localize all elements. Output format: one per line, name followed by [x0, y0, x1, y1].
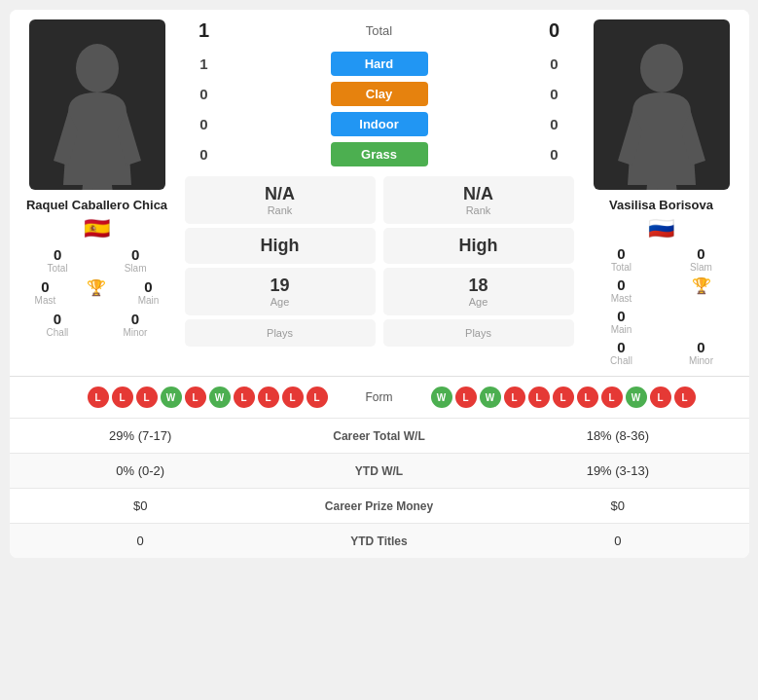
right-stats-grid: 0 Total 0 Slam: [584, 245, 740, 273]
form-badge-left: L: [258, 387, 279, 408]
left-form-badges: LLLWLWLLLL: [21, 387, 328, 408]
form-badge-left: L: [307, 387, 328, 408]
left-minor-stat: 0 Minor: [123, 311, 147, 338]
left-total-stat: 0 Total: [48, 246, 68, 274]
left-high-block: High: [185, 228, 376, 264]
clay-left-score: 0: [190, 86, 219, 102]
comparison-container: Raquel Caballero Chica 🇪🇸 0 Total 0 Slam…: [10, 10, 749, 558]
grass-right-score: 0: [540, 146, 569, 163]
right-minor-lbl: Minor: [664, 355, 740, 366]
grass-left-score: 0: [190, 146, 219, 163]
form-badge-right: L: [504, 387, 525, 408]
bottom-stats-container: 29% (7-17) Career Total W/L 18% (8-36) 0…: [10, 418, 749, 558]
left-rank-value: N/A: [265, 184, 295, 203]
left-silhouette: [49, 34, 146, 190]
form-label: Form: [336, 390, 423, 404]
right-high-block: High: [383, 228, 574, 264]
left-minor-label: Minor: [123, 327, 147, 338]
right-high-value: High: [459, 236, 498, 255]
right-trophy-icon: 🏆: [692, 276, 711, 295]
right-center-stats: N/A Rank High 18 Age Plays: [383, 176, 574, 347]
stat-label: Career Total W/L: [260, 429, 498, 443]
stat-left-value: $0: [21, 498, 260, 513]
stat-label: YTD W/L: [260, 464, 498, 478]
svg-point-0: [76, 44, 119, 92]
form-badge-left: L: [234, 387, 255, 408]
form-badge-left: L: [282, 387, 304, 408]
clay-badge: Clay: [331, 82, 428, 106]
left-chall-label: Chall: [47, 327, 69, 338]
right-silhouette: [613, 34, 710, 190]
left-chall-value: 0: [47, 311, 69, 327]
right-total-score: 0: [540, 19, 569, 42]
indoor-left-score: 0: [190, 116, 219, 132]
stats-row: 0% (0-2) YTD W/L 19% (3-13): [10, 453, 749, 488]
form-badge-right: L: [674, 387, 696, 408]
total-label: Total: [219, 23, 540, 38]
right-plays-label: Plays: [393, 327, 564, 339]
clay-surface-row: 0 Clay 0: [185, 82, 574, 106]
total-line: 1 Total 0: [185, 19, 574, 42]
left-rank-label: Rank: [195, 204, 366, 216]
right-total-cell: 0 Total: [584, 245, 660, 273]
left-avatar: [29, 19, 165, 190]
right-rank-value: N/A: [463, 184, 493, 203]
center-content: 1 Total 0 1 Hard 0 0 Clay 0 0 Indoor 0: [185, 19, 574, 366]
right-mast-val: 0: [584, 276, 660, 293]
indoor-right-score: 0: [540, 116, 569, 132]
left-mast-stat: 0 Mast: [35, 278, 56, 306]
stats-row: 0 YTD Titles 0: [10, 523, 749, 558]
form-badge-left: W: [161, 387, 182, 408]
form-badge-left: W: [209, 387, 231, 408]
right-rank-block: N/A Rank: [383, 176, 574, 224]
right-mast-cell: 0 Mast: [584, 276, 660, 304]
left-main-value: 0: [138, 278, 160, 295]
form-section: LLLWLWLLLL Form WLWLLLLLWLL: [10, 376, 749, 418]
hard-left-score: 1: [190, 55, 219, 72]
form-badge-right: L: [528, 387, 550, 408]
right-mast-lbl: Mast: [584, 293, 660, 304]
right-player-card: Vasilisa Borisova 🇷🇺 0 Total 0 Slam 0 Ma…: [584, 19, 740, 366]
right-chall-val: 0: [584, 339, 660, 355]
form-badge-left: L: [136, 387, 158, 408]
left-high-value: High: [261, 236, 300, 255]
right-minor-cell: 0 Minor: [664, 339, 740, 366]
left-total-label: Total: [48, 263, 68, 274]
left-age-label: Age: [195, 296, 366, 308]
stat-label: YTD Titles: [260, 534, 498, 548]
stat-left-value: 0: [21, 534, 260, 548]
form-badge-right: W: [626, 387, 647, 408]
form-badge-right: L: [650, 387, 671, 408]
left-total-score: 1: [190, 19, 219, 42]
right-chall-lbl: Chall: [584, 355, 660, 366]
left-player-card: Raquel Caballero Chica 🇪🇸 0 Total 0 Slam…: [19, 19, 175, 366]
right-total-val: 0: [584, 245, 660, 262]
right-rank-label: Rank: [393, 204, 564, 216]
form-badge-left: L: [112, 387, 133, 408]
players-top-section: Raquel Caballero Chica 🇪🇸 0 Total 0 Slam…: [10, 10, 749, 376]
form-badge-left: L: [88, 387, 109, 408]
left-plays-block: Plays: [185, 319, 376, 347]
left-age-value: 19: [270, 276, 289, 295]
right-chall-cell: 0 Chall: [584, 339, 660, 366]
right-slam-cell: 0 Slam: [664, 245, 740, 273]
left-mast-value: 0: [35, 278, 56, 295]
right-avatar: [594, 19, 730, 190]
stats-row: 29% (7-17) Career Total W/L 18% (8-36): [10, 418, 749, 453]
left-minor-value: 0: [123, 311, 147, 327]
right-stats-grid2: 0 Mast 🏆 0 Main: [584, 276, 740, 335]
left-plays-label: Plays: [195, 327, 366, 339]
stat-label: Career Prize Money: [260, 499, 498, 513]
right-plays-block: Plays: [383, 319, 574, 347]
form-badge-left: L: [185, 387, 206, 408]
clay-right-score: 0: [540, 86, 569, 102]
right-stats-grid3: 0 Chall 0 Minor: [584, 339, 740, 366]
left-player-name: Raquel Caballero Chica: [26, 198, 167, 212]
form-badge-right: W: [480, 387, 501, 408]
right-age-value: 18: [468, 276, 487, 295]
left-mast-label: Mast: [35, 295, 56, 306]
left-slam-value: 0: [125, 246, 147, 263]
stat-right-value: 19% (3-13): [498, 463, 737, 478]
right-age-block: 18 Age: [383, 268, 574, 315]
left-total-value: 0: [48, 246, 68, 263]
